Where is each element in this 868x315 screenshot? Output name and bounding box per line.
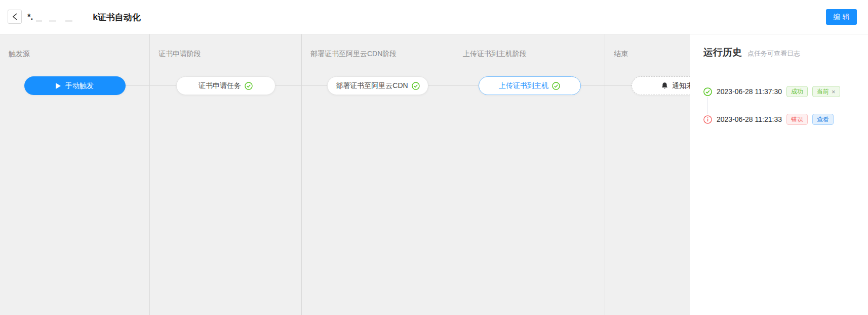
history-entry-error[interactable]: 2023-06-28 11:21:33 错误 查看 — [703, 113, 834, 125]
run-timestamp: 2023-06-28 11:21:33 — [717, 115, 782, 123]
success-circle-icon — [703, 87, 712, 96]
run-timestamp: 2023-06-28 11:37:30 — [717, 87, 782, 96]
page-header: *.k证书自动化 编 辑 — [0, 0, 868, 34]
certificate-automation-page: *.k证书自动化 编 辑 触发源 手动触发 证书申请阶段 证书申请任务 — [0, 0, 868, 315]
stage-label: 证书申请阶段 — [159, 50, 201, 59]
view-log-tag[interactable]: 查看 — [812, 114, 834, 125]
node-label: 上传证书到主机 — [499, 81, 548, 91]
check-circle-icon — [552, 82, 560, 90]
title-suffix: 证书自动化 — [98, 12, 141, 23]
current-tag[interactable]: 当前 × — [812, 86, 840, 97]
title-partial-char: k — [93, 12, 97, 22]
stage-column-upload-host: 上传证书到主机阶段 上传证书到主机 — [454, 34, 605, 315]
history-entry-success[interactable]: 2023-06-28 11:37:30 成功 当前 × — [703, 85, 840, 98]
node-label: 手动触发 — [65, 81, 94, 91]
title-prefix: *. — [27, 12, 33, 22]
stage-label: 上传证书到主机阶段 — [463, 50, 527, 59]
chevron-left-icon — [12, 13, 18, 20]
check-circle-icon — [412, 82, 420, 90]
node-manual-trigger[interactable]: 手动触发 — [24, 76, 126, 95]
play-icon — [56, 83, 61, 89]
timeline-connector — [707, 97, 708, 114]
node-deploy-cdn[interactable]: 部署证书至阿里云CDN — [327, 76, 428, 95]
stage-column-deploy-cdn: 部署证书至阿里云CDN阶段 部署证书至阿里云CDN — [302, 34, 454, 315]
check-circle-icon — [245, 82, 253, 90]
node-label: 部署证书至阿里云CDN — [336, 81, 408, 91]
run-history-panel: 运行历史 点任务可查看日志 2023-06-28 11:37:30 成功 当前 … — [690, 34, 868, 315]
stage-label: 部署证书至阿里云CDN阶段 — [310, 50, 397, 59]
back-button[interactable] — [8, 10, 22, 24]
page-title: *.k证书自动化 — [27, 11, 141, 24]
close-icon[interactable]: × — [832, 88, 836, 95]
redacted-domain — [33, 12, 93, 23]
node-label: 证书申请任务 — [199, 81, 241, 91]
history-subtitle: 点任务可查看日志 — [747, 49, 800, 58]
stage-column-trigger: 触发源 手动触发 — [0, 34, 150, 315]
history-title: 运行历史 — [703, 46, 742, 59]
node-upload-host[interactable]: 上传证书到主机 — [479, 76, 581, 95]
stage-label: 触发源 — [9, 50, 30, 59]
status-tag-error: 错误 — [786, 114, 808, 125]
node-cert-request-task[interactable]: 证书申请任务 — [176, 76, 275, 95]
status-tag-success: 成功 — [786, 86, 808, 97]
error-circle-icon — [703, 115, 712, 124]
stage-label: 结束 — [614, 50, 628, 59]
edit-button[interactable]: 编 辑 — [826, 9, 857, 25]
stage-column-cert-request: 证书申请阶段 证书申请任务 — [150, 34, 302, 315]
bell-icon — [661, 82, 668, 90]
current-tag-label: 当前 — [817, 87, 829, 96]
